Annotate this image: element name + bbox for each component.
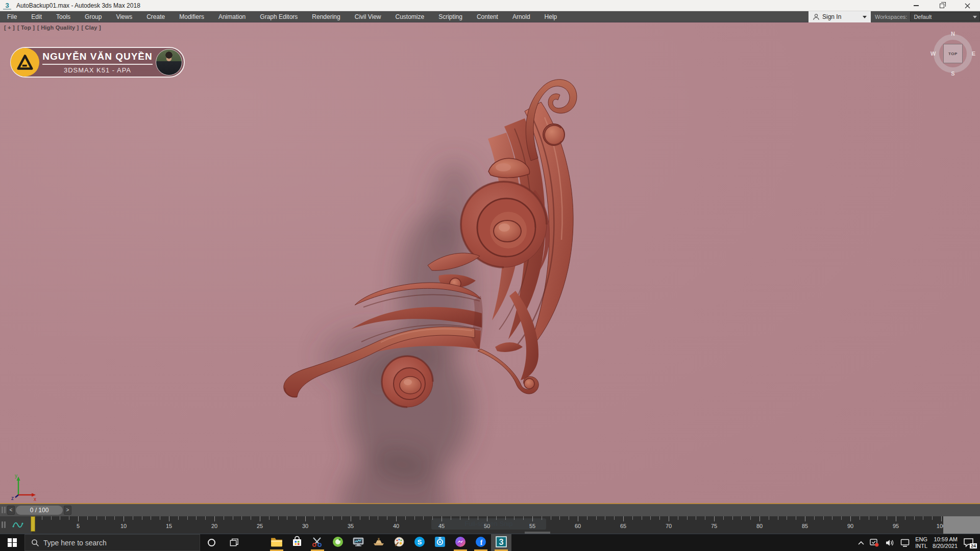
- taskbar-capture-app-button[interactable]: [430, 534, 450, 551]
- task-view-button[interactable]: [223, 534, 245, 551]
- taskbar-skype-button[interactable]: S: [409, 534, 430, 551]
- sign-in-label: Sign In: [822, 13, 841, 20]
- ruler-tick-label: 95: [893, 523, 899, 529]
- menu-create[interactable]: Create: [139, 11, 172, 22]
- splitter-grip[interactable]: [4, 507, 6, 513]
- time-slider-handle[interactable]: [31, 516, 35, 532]
- ruler-tick: [669, 516, 669, 521]
- network-button[interactable]: [900, 538, 910, 548]
- chevron-up-icon: [858, 541, 864, 545]
- close-button[interactable]: [954, 0, 980, 11]
- clock[interactable]: 10:59 AM 8/20/2021: [933, 536, 958, 549]
- watermark-subtitle: 3DSMAX K51 - APA: [41, 66, 154, 74]
- cortana-button[interactable]: [200, 534, 223, 551]
- viewport-label: [ + ][ Top ][ High Quality ][ Clay ]: [4, 24, 101, 31]
- watermark-logo: [11, 48, 39, 77]
- restore-button[interactable]: [929, 0, 954, 11]
- track-bar-tools: [0, 516, 32, 534]
- viewcube-west[interactable]: W: [930, 51, 936, 57]
- viewcube-south[interactable]: S: [951, 70, 954, 77]
- ruler-tick: [551, 516, 551, 520]
- ruler-tick: [605, 516, 605, 520]
- taskbar-snipping-tool-button[interactable]: [307, 534, 328, 551]
- sign-in-dropdown-icon[interactable]: [863, 16, 867, 18]
- ruler-tick: [178, 516, 179, 520]
- volume-button[interactable]: [885, 538, 895, 548]
- viewcube-east[interactable]: E: [972, 51, 975, 57]
- ethernet-icon: [900, 538, 910, 548]
- menu-tools[interactable]: Tools: [49, 11, 78, 22]
- menu-animation[interactable]: Animation: [211, 11, 253, 22]
- previous-frame-button[interactable]: <: [7, 506, 15, 515]
- ruler-tick-label: 15: [166, 523, 172, 529]
- start-button[interactable]: [0, 534, 24, 551]
- taskbar-3ds-max-button[interactable]: 3: [491, 534, 511, 551]
- taskbar-microsoft-store-button[interactable]: [287, 534, 307, 551]
- sign-in-button[interactable]: Sign In: [808, 11, 871, 22]
- language-indicator[interactable]: ENG INTL: [915, 536, 927, 549]
- ruler-tick-label: 80: [756, 523, 763, 529]
- menu-help[interactable]: Help: [537, 11, 565, 22]
- taskbar-file-explorer-button[interactable]: [266, 534, 287, 551]
- ruler-tick: [405, 516, 406, 520]
- window-title: AutoBackup01.max - Autodesk 3ds Max 2018: [16, 2, 140, 9]
- workspaces-select[interactable]: Default: [910, 12, 980, 21]
- menu-content[interactable]: Content: [470, 11, 505, 22]
- clay-ornament-model[interactable]: [276, 71, 592, 504]
- action-center-button[interactable]: 24: [963, 537, 976, 548]
- menu-arnold[interactable]: Arnold: [505, 11, 537, 22]
- ruler-tick: [750, 516, 751, 520]
- ruler-tick: [414, 516, 415, 520]
- tray-app-button[interactable]: [869, 538, 879, 548]
- menu-modifiers[interactable]: Modifiers: [172, 11, 211, 22]
- ruler-tick: [687, 516, 688, 520]
- viewport-label-segment-0[interactable]: [ + ]: [4, 24, 15, 31]
- menu-rendering[interactable]: Rendering: [305, 11, 347, 22]
- viewport-label-segment-1[interactable]: [ Top ]: [17, 24, 35, 31]
- taskbar-search[interactable]: [24, 534, 200, 551]
- viewcube-north[interactable]: N: [951, 31, 955, 37]
- menu-scripting[interactable]: Scripting: [431, 11, 470, 22]
- taskbar-system-monitor-button[interactable]: [348, 534, 369, 551]
- app-icon[interactable]: 3: [3, 2, 11, 10]
- menu-edit[interactable]: Edit: [24, 11, 49, 22]
- taskbar-green-utility-button[interactable]: [328, 534, 348, 551]
- next-frame-button[interactable]: >: [64, 506, 71, 515]
- menu-views[interactable]: Views: [109, 11, 139, 22]
- viewcube-top-face[interactable]: TOP: [943, 44, 963, 63]
- viewport[interactable]: [ + ][ Top ][ High Quality ][ Clay ]: [0, 22, 980, 504]
- tray-chevron-button[interactable]: [858, 541, 864, 545]
- track-bar[interactable]: 0510152025303540455055606570758085909510…: [0, 516, 980, 534]
- taskbar-facebook-button[interactable]: f: [471, 534, 491, 551]
- ruler-tick-label: 85: [802, 523, 808, 529]
- axis-z-label: z: [11, 495, 14, 501]
- menu-graph-editors[interactable]: Graph Editors: [253, 11, 305, 22]
- splitter-grip[interactable]: [4, 521, 6, 528]
- splitter-grip[interactable]: [2, 521, 3, 528]
- menu-group[interactable]: Group: [78, 11, 109, 22]
- search-input[interactable]: [43, 539, 181, 547]
- viewcube[interactable]: N E S W TOP: [930, 31, 976, 77]
- frame-counter[interactable]: 0 / 100: [16, 506, 63, 515]
- ruler-tick: [360, 516, 360, 520]
- ruler-tick: [142, 516, 142, 520]
- ruler-tick: [587, 516, 587, 520]
- menu-civil-view[interactable]: Civil View: [348, 11, 388, 22]
- minimize-button[interactable]: [903, 0, 929, 11]
- ruler-tick: [378, 516, 378, 520]
- ruler-tick: [341, 516, 342, 520]
- splitter-grip[interactable]: [2, 507, 3, 513]
- 3ds-max-icon: 3: [495, 535, 508, 550]
- taskbar-paint-app-button[interactable]: [389, 534, 409, 551]
- ruler-tick: [60, 516, 60, 520]
- menu-file[interactable]: File: [0, 11, 24, 22]
- taskbar-messenger-button[interactable]: [450, 534, 471, 551]
- menu-customize[interactable]: Customize: [388, 11, 432, 22]
- facebook-icon: f: [475, 536, 487, 550]
- workspaces-value: Default: [914, 14, 932, 20]
- taskbar-plane-tool-button[interactable]: [369, 534, 389, 551]
- viewport-label-segment-3[interactable]: [ Clay ]: [81, 24, 101, 31]
- viewport-label-segment-2[interactable]: [ High Quality ]: [37, 24, 79, 31]
- workspaces-label: Workspaces:: [875, 14, 907, 20]
- mini-curve-editor-icon[interactable]: [12, 519, 23, 531]
